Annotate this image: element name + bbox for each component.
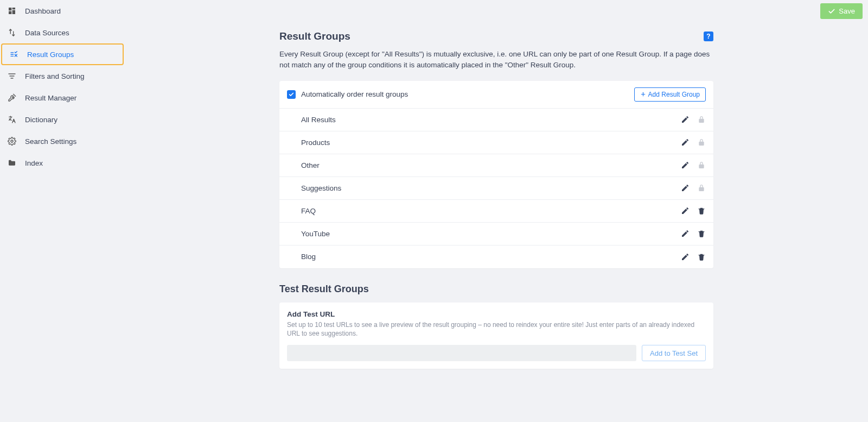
result-group-name: Suggestions [301,184,341,192]
test-section-title: Test Result Groups [279,284,713,295]
result-group-row: Suggestions [279,177,713,200]
save-button[interactable]: Save [820,3,863,19]
result-group-actions [681,138,706,147]
gear-icon [5,137,18,146]
svg-point-12 [11,140,13,142]
lock-icon [697,138,706,147]
trash-icon[interactable] [697,253,706,261]
result-groups-card: Automatically order result groups Add Re… [279,81,713,268]
lock-icon [697,184,706,192]
svg-rect-16 [699,231,705,232]
sidebar-item-label: Result Manager [25,94,76,102]
translate-icon [5,115,18,124]
page-description: Every Result Group (except for "All Resu… [279,49,713,71]
plus-icon [640,91,646,97]
test-card: Add Test URL Set up to 10 test URLs to s… [279,303,713,369]
sidebar-item-result-groups[interactable]: Result Groups [1,43,124,65]
folder-icon [5,159,18,167]
pencil-icon[interactable] [681,253,690,261]
svg-rect-17 [699,255,705,255]
sidebar-item-label: Data Sources [25,29,69,37]
result-group-actions [681,229,706,238]
result-group-name: Products [301,138,330,147]
sidebar-item-filters-and-sorting[interactable]: Filters and Sorting [0,65,125,87]
tools-icon [5,93,18,102]
page-title: Result Groups [279,30,350,42]
svg-rect-15 [699,209,705,209]
dashboard-icon [5,7,18,15]
svg-rect-2 [12,10,15,14]
sidebar-item-dictionary[interactable]: Dictionary [0,109,125,130]
import-export-icon [5,28,18,37]
auto-order-label: Automatically order result groups [301,90,408,98]
checklist-icon [8,50,21,59]
result-group-actions [681,161,706,169]
result-group-name: Blog [301,253,316,261]
svg-rect-1 [12,8,15,9]
lock-icon [697,161,706,169]
result-group-name: Other [301,161,320,169]
sidebar-item-label: Index [25,159,43,167]
sidebar-item-label: Dictionary [25,116,58,124]
help-icon[interactable]: ? [704,32,713,41]
result-group-row: All Results [279,109,713,131]
sidebar-item-search-settings[interactable]: Search Settings [0,130,125,152]
sidebar-item-result-manager[interactable]: Result Manager [0,87,125,109]
result-group-actions [681,206,706,215]
result-group-row: Other [279,154,713,177]
sidebar-item-label: Dashboard [25,7,61,15]
add-result-group-label: Add Result Group [648,91,700,98]
trash-icon[interactable] [697,206,706,215]
add-result-group-button[interactable]: Add Result Group [634,87,706,102]
pencil-icon[interactable] [681,138,690,147]
main: Save Result Groups ? Every Result Group … [125,0,868,422]
result-group-row: FAQ [279,200,713,223]
result-group-name: YouTube [301,230,330,238]
result-group-name: FAQ [301,207,316,215]
sidebar: DashboardData SourcesResult GroupsFilter… [0,0,125,422]
add-test-url-title: Add Test URL [287,310,706,318]
result-group-actions [681,184,706,192]
result-group-actions [681,253,706,261]
sidebar-item-dashboard[interactable]: Dashboard [0,0,125,22]
add-test-url-desc: Set up to 10 test URLs to see a live pre… [287,320,706,339]
sidebar-item-index[interactable]: Index [0,152,125,174]
lock-icon [697,115,706,124]
add-to-test-set-button[interactable]: Add to Test Set [642,345,706,361]
test-url-input[interactable] [287,345,636,361]
sidebar-item-label: Search Settings [25,137,76,146]
result-group-row: YouTube [279,223,713,245]
sort-icon [5,72,18,80]
pencil-icon[interactable] [681,229,690,238]
check-icon [828,8,835,15]
sidebar-item-label: Result Groups [27,51,74,59]
pencil-icon[interactable] [681,206,690,215]
trash-icon[interactable] [697,229,706,238]
pencil-icon[interactable] [681,161,690,169]
result-group-row: Products [279,131,713,154]
save-button-label: Save [839,7,855,15]
auto-order-checkbox[interactable] [287,90,296,99]
sidebar-item-data-sources[interactable]: Data Sources [0,22,125,43]
result-group-row: Blog [279,245,713,268]
pencil-icon[interactable] [681,184,690,192]
svg-rect-3 [9,11,11,14]
result-group-name: All Results [301,116,336,124]
result-group-actions [681,115,706,124]
pencil-icon[interactable] [681,115,690,124]
svg-rect-0 [9,8,11,10]
sidebar-item-label: Filters and Sorting [25,72,85,80]
